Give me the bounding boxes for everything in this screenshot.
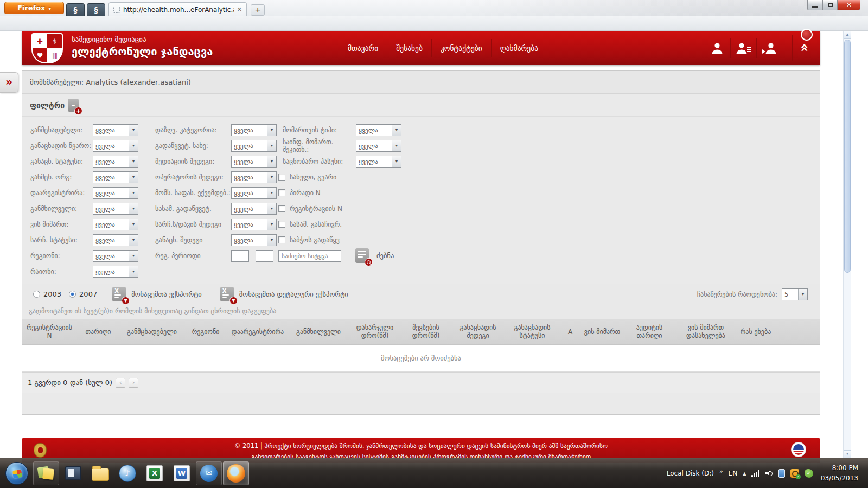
pinned-app-tab-1[interactable]: §	[66, 3, 85, 16]
district-select[interactable]: ყველა▾	[93, 266, 138, 278]
taskbar-item-excel[interactable]: X	[142, 461, 168, 485]
operator-result-select[interactable]: ყველა▾	[231, 171, 277, 183]
next-page-button[interactable]: ›	[129, 378, 138, 388]
battery-icon[interactable]	[778, 469, 785, 478]
taskbar-item-thunderbird[interactable]: ✉	[196, 461, 222, 485]
column-header[interactable]: რეგისტრაციის N	[22, 319, 76, 344]
active-tab[interactable]: http://ehealth.moh...eForAnalytic.aspx ✕	[108, 2, 247, 16]
export-detailed-label[interactable]: მონაცემთა დეტალური ექსპორტი	[239, 290, 348, 298]
column-header[interactable]: განმხილველი	[288, 319, 349, 344]
personal-n-checkbox[interactable]	[278, 189, 285, 196]
registrar-select[interactable]: ყველა▾	[93, 187, 138, 199]
menu-item-about[interactable]: შესახებ	[387, 39, 431, 57]
tray-disk-label[interactable]: Local Disk (D:)	[667, 470, 714, 477]
column-header[interactable]: თარიღი	[76, 319, 120, 344]
year-2003-label[interactable]: 2003	[43, 290, 61, 298]
status-ok-icon[interactable]: ✓	[805, 469, 813, 478]
column-header[interactable]: რას ეხება	[736, 319, 775, 344]
page-scrollbar[interactable]: ▲ ▾	[843, 31, 851, 458]
taskbar-item-firefox[interactable]	[223, 461, 249, 485]
scrollbar-thumb[interactable]	[844, 40, 851, 273]
period-to-input[interactable]	[256, 250, 273, 262]
column-header[interactable]: აუდიტის თარიღი	[623, 319, 675, 344]
application-result-select[interactable]: ყველა▾	[231, 234, 277, 246]
user-list-icon[interactable]	[730, 38, 756, 58]
column-header[interactable]: განმცხადებელი	[120, 319, 184, 344]
scroll-down-icon[interactable]: ▾	[844, 450, 851, 458]
column-header[interactable]: რეგიონი	[184, 319, 227, 344]
council-decision-checkbox[interactable]	[278, 236, 285, 243]
taskbar-item-word[interactable]: W	[169, 461, 195, 485]
records-count-select[interactable]: 5 ▾	[782, 288, 808, 300]
menu-item-contacts[interactable]: კონტაქტები	[431, 39, 491, 57]
header-globe-icon[interactable]	[801, 29, 813, 41]
firefox-menu-button[interactable]: Firefox▾	[4, 2, 64, 14]
menu-item-help[interactable]: დახმარება	[491, 39, 547, 57]
insurance-category-select[interactable]: ყველა▾	[231, 124, 277, 136]
column-header[interactable]: ვის მიმართ	[581, 319, 623, 344]
taskbar-item-notes[interactable]	[33, 461, 59, 485]
appeal-type-select[interactable]: ყველა▾	[356, 124, 401, 136]
region-select[interactable]: ყველა▾	[93, 250, 138, 262]
restore-button[interactable]	[822, 0, 838, 10]
tray-overflow-icon[interactable]: »	[719, 468, 723, 475]
new-tab-button[interactable]: +	[251, 4, 265, 16]
year-2007-radio[interactable]	[69, 291, 76, 298]
taskbar-item-explorer[interactable]	[87, 461, 113, 485]
name-surname-checkbox[interactable]	[278, 174, 285, 181]
applicant-select[interactable]: ყველა▾	[93, 124, 138, 136]
search-button-label[interactable]: ძებნა	[376, 252, 394, 260]
column-header[interactable]: დახარჯული დრო(წმ)	[349, 319, 401, 344]
collapse-filter-button[interactable]: – +	[68, 99, 79, 112]
menu-item-home[interactable]: მთავარი	[339, 39, 387, 57]
column-header[interactable]: A	[559, 319, 581, 344]
application-status-select[interactable]: ყველა▾	[93, 156, 138, 168]
court-decision-select[interactable]: ყველა▾	[231, 203, 277, 215]
user-profile-icon[interactable]	[704, 38, 730, 58]
tab-close-icon[interactable]: ✕	[237, 6, 242, 13]
column-header[interactable]: დაარეგისტრირა	[227, 319, 288, 344]
close-button[interactable]: ✕	[838, 0, 860, 10]
search-button[interactable]	[355, 248, 369, 263]
service-fee-select[interactable]: ყველა▾	[231, 187, 277, 199]
minimize-button[interactable]	[807, 0, 822, 10]
period-from-input[interactable]	[231, 250, 249, 262]
reference-answer-select[interactable]: ყველა▾	[356, 156, 401, 168]
court-appeal-checkbox[interactable]	[278, 221, 285, 228]
tray-hidden-icons-button[interactable]: ▲	[743, 471, 746, 476]
column-header[interactable]: განაცხადის სტატუსი	[505, 319, 559, 344]
side-panel-toggle[interactable]: »	[0, 72, 18, 93]
info-request-select[interactable]: ყველა▾	[356, 140, 401, 152]
year-2007-label[interactable]: 2007	[79, 290, 97, 298]
reviewer-select[interactable]: ყველა▾	[93, 203, 138, 215]
mediation-result-select[interactable]: ყველა▾	[231, 156, 277, 168]
network-signal-icon[interactable]	[751, 470, 760, 477]
applicant-org-select[interactable]: ყველა▾	[93, 171, 138, 183]
logout-icon[interactable]	[756, 38, 782, 58]
export-detailed-excel-icon[interactable]: X ▼	[220, 287, 234, 301]
volume-icon[interactable]	[765, 470, 773, 477]
antivirus-icon[interactable]	[790, 469, 799, 478]
export-data-label[interactable]: მონაცემთა ექსპორტი	[131, 290, 202, 298]
start-button[interactable]	[5, 462, 28, 485]
add-filter-icon[interactable]: +	[74, 107, 82, 115]
taskbar-item-itunes[interactable]: ♪	[114, 461, 141, 485]
taskbar-clock[interactable]: 8:00 PM 03/05/2013	[819, 463, 863, 484]
scroll-up-icon[interactable]: ▲	[844, 31, 851, 39]
pinned-app-tab-2[interactable]: §	[87, 3, 105, 16]
against-whom-select[interactable]: ყველა▾	[93, 219, 138, 230]
claim-status-select[interactable]: ყველა▾	[93, 234, 138, 246]
export-excel-icon[interactable]: X ▼	[112, 287, 126, 301]
decision-type-select[interactable]: ყველა▾	[231, 140, 277, 152]
claim-dispute-result-select[interactable]: ყველა▾	[231, 219, 277, 230]
column-header[interactable]: ვის მიმართ დასახელება	[675, 319, 736, 344]
year-2003-radio[interactable]	[33, 291, 40, 298]
taskbar-item-system-tool[interactable]	[60, 461, 86, 485]
application-source-select[interactable]: ყველა▾	[93, 140, 138, 152]
column-header[interactable]: შევსების დრო(წმ)	[401, 319, 451, 344]
prev-page-button[interactable]: ‹	[116, 378, 125, 388]
keyword-input[interactable]	[278, 250, 341, 262]
registration-n-checkbox[interactable]	[278, 205, 285, 212]
column-header[interactable]: განაცხადის შედეგი	[451, 319, 505, 344]
tray-language[interactable]: EN	[729, 470, 738, 477]
